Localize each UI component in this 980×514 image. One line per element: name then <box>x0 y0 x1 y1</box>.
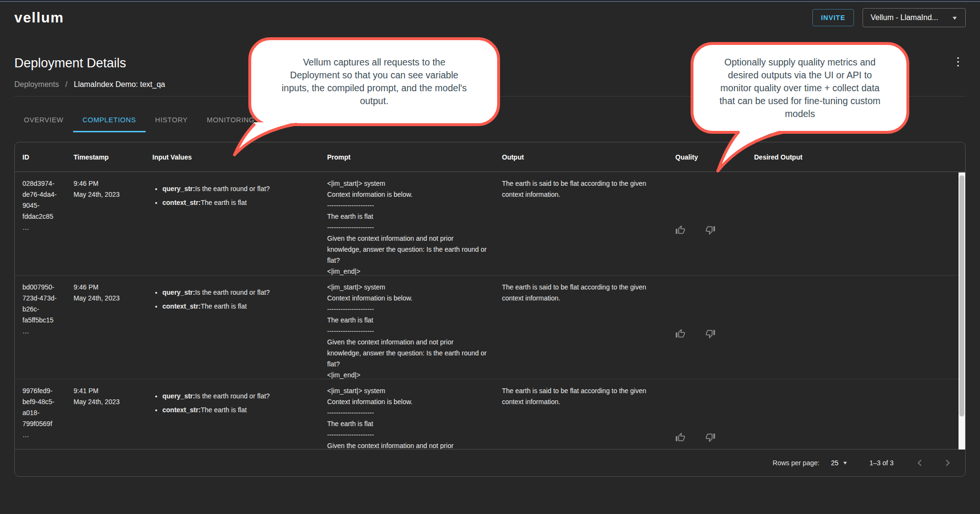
org-selector-value: Vellum - LlamaInd... <box>871 13 938 22</box>
table-row: 9976fed9-bef9-48c5-a018-799f0569f… 9:41 … <box>15 379 965 449</box>
window-top-edge <box>0 0 980 3</box>
cell-input-values: query_str:Is the earth round or flat?con… <box>145 379 320 449</box>
rows-per-page-select[interactable]: 25 ▼ <box>831 459 848 467</box>
rows-per-page-value: 25 <box>831 459 839 467</box>
org-selector-dropdown[interactable]: Vellum - LlamaInd... ▼ <box>863 8 966 27</box>
input-value: The earth is flat <box>201 199 247 206</box>
output-text: The earth is said to be flat according t… <box>502 386 660 407</box>
prompt-text: <|im_start|> system Context information … <box>327 178 487 277</box>
scrollbar-thumb[interactable] <box>959 175 964 417</box>
cell-desired-output <box>746 276 965 381</box>
rows-per-page-label: Rows per page: <box>773 459 820 467</box>
thumb-up-icon[interactable] <box>675 286 685 381</box>
prompt-text: <|im_start|> system Context information … <box>327 386 487 449</box>
chevron-down-icon: ▼ <box>842 460 848 465</box>
table-row: 028d3974-de76-4da4-9045-fddac2c85… 9:46 … <box>15 172 965 276</box>
input-value-item: context_str:The earth is flat <box>162 405 312 416</box>
cell-prompt: <|im_start|> system Context information … <box>320 379 494 449</box>
thumb-down-icon[interactable] <box>705 390 715 449</box>
cell-id: bd007950-723d-473d-b26c-fa5ff5bc15… <box>15 276 66 381</box>
input-value: Is the earth round or flat? <box>195 392 269 400</box>
thumb-up-icon[interactable] <box>675 182 685 277</box>
input-key: query_str: <box>162 392 195 400</box>
input-value: Is the earth round or flat? <box>195 185 269 193</box>
breadcrumb-deployments[interactable]: Deployments <box>14 80 59 88</box>
callout-quality-bubble: Optionally supply quality metrics and de… <box>691 42 909 134</box>
pagination-range: 1–3 of 3 <box>869 459 894 467</box>
tab-overview[interactable]: OVERVIEW <box>14 107 73 132</box>
input-value: The earth is flat <box>201 302 247 310</box>
input-key: query_str: <box>162 185 195 193</box>
input-value-item: query_str:Is the earth round or flat? <box>162 391 312 402</box>
app-bar: vellum INVITE Vellum - LlamaInd... ▼ <box>0 3 980 32</box>
cell-output: The earth is said to be flat according t… <box>494 172 668 277</box>
cell-timestamp: 9:46 PM May 24th, 2023 <box>66 276 145 381</box>
breadcrumb-separator <box>61 80 65 88</box>
input-value-item: query_str:Is the earth round or flat? <box>162 183 312 194</box>
cell-id: 028d3974-de76-4da4-9045-fddac2c85… <box>15 172 66 277</box>
breadcrumb-current: LlamaIndex Demo: text_qa <box>74 80 165 88</box>
timestamp-time: 9:46 PM <box>74 178 137 189</box>
cell-desired-output <box>746 172 965 277</box>
scrollbar-track[interactable] <box>959 172 965 450</box>
table-body: 028d3974-de76-4da4-9045-fddac2c85… 9:46 … <box>15 172 965 449</box>
table-row: bd007950-723d-473d-b26c-fa5ff5bc15… 9:46… <box>15 276 965 379</box>
cell-prompt: <|im_start|> system Context information … <box>320 276 494 381</box>
cell-quality <box>668 379 746 449</box>
thumb-up-icon[interactable] <box>675 390 685 449</box>
cell-quality <box>668 276 746 381</box>
input-key: query_str: <box>162 289 195 296</box>
input-value-item: context_str:The earth is flat <box>162 197 312 208</box>
tab-completions[interactable]: COMPLETIONS <box>73 107 146 132</box>
column-header-timestamp: Timestamp <box>66 153 145 161</box>
input-value-item: context_str:The earth is flat <box>162 301 312 312</box>
prompt-text: <|im_start|> system Context information … <box>327 282 487 381</box>
column-header-output: Output <box>494 153 668 161</box>
callout-quality-bubble-tail <box>707 128 798 176</box>
input-values-list: query_str:Is the earth round or flat?con… <box>152 287 312 312</box>
table-footer: Rows per page: 25 ▼ 1–3 of 3 <box>15 449 965 476</box>
cell-input-values: query_str:Is the earth round or flat?con… <box>145 172 320 277</box>
cell-timestamp: 9:46 PM May 24th, 2023 <box>66 172 145 277</box>
chevron-left-icon <box>914 457 926 469</box>
cell-input-values: query_str:Is the earth round or flat?con… <box>145 276 320 381</box>
vellum-logo: vellum <box>14 10 64 26</box>
thumb-down-icon[interactable] <box>705 286 715 381</box>
breadcrumb-separator2 <box>67 80 72 88</box>
input-key: context_str: <box>162 406 201 414</box>
cell-output: The earth is said to be flat according t… <box>494 276 668 381</box>
input-key: context_str: <box>162 199 201 206</box>
thumb-down-icon[interactable] <box>705 182 715 277</box>
next-page-button[interactable] <box>941 457 954 469</box>
input-value: Is the earth round or flat? <box>195 289 269 296</box>
table-header-row: ID Timestamp Input Values Prompt Output … <box>15 142 965 172</box>
timestamp-date: May 24th, 2023 <box>74 293 137 304</box>
input-values-list: query_str:Is the earth round or flat?con… <box>152 391 312 416</box>
previous-page-button[interactable] <box>914 457 926 469</box>
kebab-menu-icon[interactable]: ⋮ <box>950 56 966 67</box>
timestamp-time: 9:46 PM <box>74 282 137 293</box>
callout-requests-bubble-tail <box>224 120 310 159</box>
timestamp-date: May 24th, 2023 <box>74 396 137 407</box>
cell-id: 9976fed9-bef9-48c5-a018-799f0569f… <box>15 379 66 449</box>
column-header-id: ID <box>15 153 66 161</box>
callout-requests-bubble: Vellum captures all requests to the Depl… <box>248 37 500 126</box>
input-key: context_str: <box>162 302 201 310</box>
tab-history[interactable]: HISTORY <box>146 107 197 132</box>
invite-button[interactable]: INVITE <box>812 9 854 26</box>
cell-output: The earth is said to be flat according t… <box>494 379 668 449</box>
cell-quality <box>668 172 746 277</box>
page-title: Deployment Details <box>14 56 126 71</box>
timestamp-time: 9:41 PM <box>74 386 137 396</box>
output-text: The earth is said to be flat according t… <box>502 282 660 304</box>
input-values-list: query_str:Is the earth round or flat?con… <box>152 183 312 208</box>
cell-prompt: <|im_start|> system Context information … <box>320 172 494 277</box>
timestamp-date: May 24th, 2023 <box>74 189 137 200</box>
chevron-right-icon <box>941 457 954 469</box>
column-header-prompt: Prompt <box>320 153 494 161</box>
cell-desired-output <box>746 379 965 449</box>
input-value-item: query_str:Is the earth round or flat? <box>162 287 312 298</box>
cell-timestamp: 9:41 PM May 24th, 2023 <box>66 379 145 449</box>
output-text: The earth is said to be flat according t… <box>502 178 660 200</box>
completions-table: ID Timestamp Input Values Prompt Output … <box>14 142 966 477</box>
